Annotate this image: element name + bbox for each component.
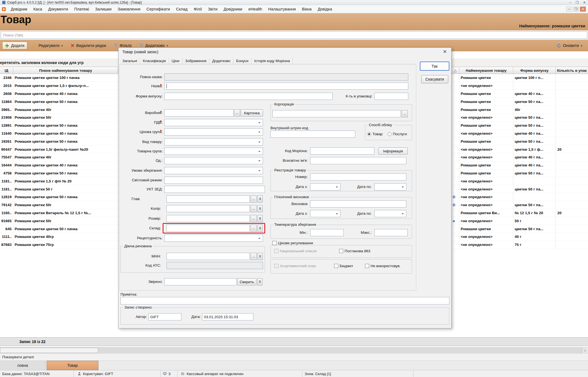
glav-clear-button[interactable]: X	[257, 195, 263, 203]
table-row[interactable]: 645 Ромашки цветки цветки 50 г пачка	[0, 225, 118, 233]
table-row[interactable]: <не определено> 75 г	[452, 241, 588, 249]
color-lookup-button[interactable]: ...	[251, 205, 257, 212]
conclusion-field[interactable]	[310, 200, 406, 208]
menu-item[interactable]: eHealth	[245, 5, 265, 13]
glav-field[interactable]	[167, 195, 250, 203]
table-row[interactable]: Ромашки цветки цветки 40 г па...	[452, 161, 588, 169]
size-field[interactable]	[167, 215, 250, 222]
note-field[interactable]	[120, 297, 449, 304]
hyg-date-from-select[interactable]	[310, 210, 340, 217]
table-row[interactable]: 79142 Ромашки цветки 50г	[0, 201, 118, 209]
verified-clear-button[interactable]: X	[257, 278, 262, 285]
cancel-button[interactable]: Скасувати	[421, 75, 448, 83]
edit-button[interactable]: Редагувати ▾	[30, 42, 65, 49]
menu-item[interactable]: Звіти	[205, 5, 220, 13]
table-row[interactable]: 2015 Ромашки цветки цветки 1,5 г фильтр-…	[0, 82, 118, 90]
created-date-field[interactable]: 03.01.2025 15:31:03	[202, 313, 253, 320]
mnn-field[interactable]	[167, 253, 250, 260]
tab-golovna[interactable]: ловна	[0, 361, 45, 370]
size-clear-button[interactable]: X	[257, 215, 263, 222]
menu-item[interactable]: Залишки	[92, 5, 114, 13]
corporation-field[interactable]	[272, 110, 401, 117]
menu-item[interactable]: Документи	[45, 5, 71, 13]
radio-services[interactable]: Послуги	[388, 132, 407, 136]
menu-item[interactable]: Філії	[190, 5, 205, 13]
assortment-plan-checkbox[interactable]: Асортиментний план	[274, 264, 316, 268]
vat-select[interactable]	[164, 119, 263, 126]
table-row[interactable]: 75547 Ромашки цветки 40г	[0, 153, 118, 161]
table-row[interactable]: <не определено> цветки 40 г па...	[452, 153, 588, 161]
menu-item[interactable]: Вікна	[299, 5, 315, 13]
table-row[interactable]: Ромашки цветки 40г	[452, 106, 588, 114]
reg-number-field[interactable]	[310, 173, 406, 180]
warehouse-field[interactable]	[167, 225, 250, 232]
mdi-minimize-button[interactable]: –	[566, 7, 572, 12]
table-row[interactable]: 21908 Ромашки цветки 50г	[0, 114, 118, 122]
table-row[interactable]: 1181.. Ромашки цветки 1,5 г ф/п № 20	[0, 177, 118, 185]
author-field[interactable]: GIFT	[148, 313, 181, 320]
storage-conditions-select[interactable]	[164, 167, 263, 174]
sort-asc-icon[interactable]: △	[452, 67, 459, 74]
mdi-close-button[interactable]: ✕	[580, 7, 586, 12]
table-row[interactable]: 87683 Ромашки цветки 75гр	[0, 241, 118, 249]
scroll-right-arrow[interactable]: ›	[582, 347, 588, 354]
price-group-select[interactable]	[164, 128, 263, 136]
warehouse-clear-button[interactable]: X	[257, 225, 263, 232]
show-details-toggle[interactable]: Показувати деталі	[0, 353, 588, 360]
info-button[interactable]: Інформація	[378, 147, 408, 155]
search-input[interactable]: Поиск (Tab)	[1, 31, 587, 39]
barcode-field[interactable]	[270, 131, 355, 138]
mnn-clear-button[interactable]: X	[257, 253, 263, 260]
dialog-tab[interactable]: Бонуси	[233, 58, 252, 64]
column-header-name[interactable]: Найменування товару	[459, 67, 513, 74]
size-lookup-button[interactable]: ...	[251, 215, 257, 222]
table-row[interactable]: Ромашки цветки цветки 50 г па...	[452, 137, 588, 145]
horizontal-scrollbar[interactable]: ›	[0, 347, 588, 353]
menu-item[interactable]: Довідник	[8, 5, 30, 13]
column-header-form[interactable]: Форма випуску	[513, 67, 556, 74]
refresh-button[interactable]: Оновити ▾	[554, 42, 585, 49]
dialog-tab[interactable]: Класифікація	[140, 58, 169, 64]
table-row[interactable]: 12819 Ромашки цветки цветки 50 г пачка	[0, 193, 118, 201]
full-name-field[interactable]	[164, 73, 408, 81]
table-row[interactable]: 4758 Ромашки цветки цветки 50 г пачка	[0, 169, 118, 177]
manufacturer-lookup-button[interactable]: ...	[234, 109, 240, 116]
product-group-select[interactable]	[164, 148, 263, 155]
menu-item[interactable]: Каса	[30, 5, 45, 13]
name-field[interactable]	[164, 83, 408, 90]
add-button[interactable]: Додати	[2, 42, 27, 49]
column-header-full-name[interactable]: Повне найменування товару	[13, 67, 118, 74]
table-row[interactable]: и <не определено> 50 г	[452, 217, 588, 225]
table-row[interactable]: 11864 Ромашки цветки цветки 50 г пачка	[0, 98, 118, 106]
table-row[interactable]: 12891 Ромашки цветки цветки 50 г пачка	[0, 122, 118, 130]
table-row[interactable]: 90447 Ромашки цветки 1,5г фильтр-пакет №…	[0, 145, 118, 153]
dialog-tab[interactable]: Історія коду Моріона	[251, 58, 293, 64]
budget-checkbox[interactable]: Бюджет	[334, 264, 353, 268]
table-row[interactable]: <не определено> цветки 1,5 г ф... 20	[452, 145, 588, 153]
table-row[interactable]: 91665 Ромашки цветки 50г	[0, 217, 118, 225]
morion-code-field[interactable]	[310, 147, 374, 155]
window-maximize-button[interactable]: ❒	[576, 1, 579, 4]
color-clear-button[interactable]: X	[257, 205, 263, 212]
menu-item[interactable]: Склад	[173, 5, 191, 13]
table-row[interactable]: D <не определено>	[452, 193, 588, 201]
table-row[interactable]: 11640 Ромашки цветки цветки 40 г пачка	[0, 130, 118, 138]
form-field[interactable]	[164, 93, 333, 100]
table-row[interactable]: 19261 Ромашки цветки цветки 50 г пачка	[0, 137, 118, 145]
glav-lookup-button[interactable]: ...	[251, 195, 257, 203]
table-row[interactable]: 3965.. Ромашки цветки 40г	[0, 106, 118, 114]
corporation-lookup-button[interactable]: ...	[402, 110, 408, 117]
menu-item[interactable]: Довідники	[221, 5, 245, 13]
qty-in-pack-field[interactable]	[374, 93, 408, 100]
verified-field[interactable]	[164, 278, 237, 285]
table-row[interactable]: <не определено>	[452, 177, 588, 185]
table-row[interactable]: <не определено> цветки 40 г па...	[452, 130, 588, 138]
warehouse-lookup-button[interactable]: ...	[251, 225, 257, 232]
menu-item[interactable]: Сертифікати	[143, 5, 173, 13]
table-row[interactable]: 2608 Ромашки цветки цветки 40 г пачка	[0, 90, 118, 98]
column-header-qty[interactable]: Кількість в упак	[556, 67, 588, 74]
national-list-checkbox[interactable]: Національний список	[274, 249, 317, 253]
column-header-id[interactable]: ІД	[0, 67, 13, 74]
table-row[interactable]: 1111.. Ромашки цветки 40гр	[0, 233, 118, 241]
atc-code-field[interactable]	[167, 262, 263, 269]
